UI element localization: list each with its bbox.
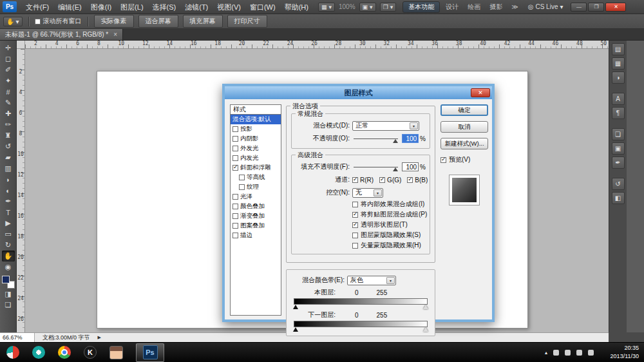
panel-masks-icon[interactable]: ◧ [612,192,625,204]
style-item-blending-options[interactable]: 混合选项:默认 [231,115,281,124]
vertical-ruler[interactable]: 2 4 6 8 10 12 14 16 18 20 22 24 26 28 [17,49,25,332]
scroll-all-windows-checkbox[interactable] [35,19,41,24]
view-extras-button[interactable]: ▦ ▾ [318,3,335,12]
tray-icon-2[interactable] [565,350,571,356]
zoom-tool[interactable]: ◉ [2,262,15,272]
style-item-pattern-overlay[interactable]: 图案叠加 [231,221,281,231]
blend-clipped-option[interactable]: 将剪贴图层混合成组(P) [352,211,426,218]
contour-checkbox[interactable] [239,175,245,180]
document-tab[interactable]: 未标题-1 @ 66.7%(形状 1, RGB/8) * × [0,29,123,40]
tray-icon-4[interactable] [588,350,594,356]
transparency-shapes-option[interactable]: 透明形状图层(T) [352,221,426,229]
fill-opacity-slider-knob[interactable] [393,167,398,171]
pattern-overlay-checkbox[interactable] [232,223,238,229]
channel-r-checkbox[interactable] [352,177,358,183]
black-slider-marker[interactable] [293,305,298,309]
stroke-checkbox[interactable] [232,233,238,238]
vector-mask-hides-option[interactable]: 矢量蒙版隐藏效果(H) [352,242,426,249]
menu-image[interactable]: 图像(I) [86,0,116,14]
workspace-painting-button[interactable]: 绘画 [464,3,484,12]
taskbar-app-icon-2[interactable] [32,346,45,359]
panel-channels-icon[interactable]: ▣ [612,142,625,155]
workspace-essentials-button[interactable]: 基本功能 [402,1,440,13]
quick-mask-button[interactable]: ◨ [2,289,15,300]
style-item-contour[interactable]: 等高线 [231,173,281,182]
panel-paragraph-icon[interactable]: ¶ [612,107,625,119]
style-item-outer-glow[interactable]: 外发光 [231,144,281,153]
chevron-down-icon[interactable]: ▾ [386,277,395,284]
workspace-overflow-button[interactable]: ≫ [508,3,521,10]
crop-tool[interactable]: # [2,86,15,97]
menu-help[interactable]: 帮助(H) [280,0,313,14]
drop-shadow-checkbox[interactable] [232,126,238,132]
ruler-origin-corner[interactable] [17,41,25,49]
style-item-color-overlay[interactable]: 颜色叠加 [231,202,281,211]
shape-tool[interactable]: ▭ [2,229,15,240]
style-item-texture[interactable]: 纹理 [231,182,281,192]
taskbar-clock[interactable]: 20:35 2013/11/30 [611,344,639,361]
style-item-satin[interactable]: 光泽 [231,192,281,202]
clone-stamp-tool[interactable]: ♜ [2,130,15,141]
transparency-shapes-checkbox[interactable] [352,222,358,228]
eyedropper-tool[interactable]: ✎ [2,97,15,108]
menu-window[interactable]: 窗口(W) [245,0,280,14]
k-app-icon[interactable]: K [84,346,97,359]
lasso-tool[interactable]: ✐ [2,64,15,75]
cs-live-button[interactable]: ◎ CS Live ▾ [528,3,564,10]
restore-button[interactable]: ❐ [588,3,604,12]
photoshop-taskbar-button[interactable]: Ps [136,343,164,362]
blur-tool[interactable]: ◗ [2,174,15,185]
opacity-slider[interactable] [354,138,398,139]
menu-select[interactable]: 选择(S) [148,0,181,14]
ok-button[interactable]: 确定 [440,104,488,116]
chrome-icon[interactable] [58,346,71,359]
close-window-button[interactable]: ✕ [605,3,626,12]
scroll-all-windows-option[interactable]: 滚动所有窗口 [35,17,82,26]
arrange-documents-button[interactable]: ▣ ▾ [359,3,376,12]
quick-selection-tool[interactable]: ✦ [2,75,15,86]
menu-layer[interactable]: 图层(L) [116,0,147,14]
avatar-app-icon[interactable] [109,346,123,359]
panel-swatches-icon[interactable]: ▦ [612,57,625,70]
dialog-title-bar[interactable]: 图层样式 ✕ [225,86,492,99]
bevel-emboss-checkbox[interactable] [232,165,238,171]
cancel-button[interactable]: 取消 [440,121,488,133]
eraser-tool[interactable]: ▰ [2,152,15,163]
gradient-tool[interactable]: ▥ [2,163,15,174]
color-overlay-checkbox[interactable] [232,204,238,209]
workspace-design-button[interactable]: 设计 [442,3,462,12]
style-item-bevel-emboss[interactable]: 斜面和浮雕 [231,163,281,173]
opacity-slider-knob[interactable] [393,139,398,143]
style-item-gradient-overlay[interactable]: 渐变叠加 [231,211,281,221]
style-item-stroke[interactable]: 描边 [231,231,281,240]
hand-tool[interactable]: ✋ [2,251,15,262]
tab-close-icon[interactable]: × [113,31,117,38]
texture-checkbox[interactable] [239,184,245,190]
workspace-photography-button[interactable]: 摄影 [486,3,506,12]
channel-b-checkbox[interactable] [407,177,413,183]
marquee-tool[interactable]: ◻ [2,53,15,64]
knockout-select[interactable]: 无 ▾ [352,188,383,198]
tray-icon-3[interactable] [576,350,582,356]
dodge-tool[interactable]: ◐ [2,185,15,196]
path-selection-tool[interactable]: ▶ [2,218,15,229]
fit-screen-button[interactable]: 适合屏幕 [138,15,178,28]
blend-clipped-checkbox[interactable] [352,212,358,218]
horizontal-ruler[interactable]: 2 4 6 8 10 12 14 16 18 20 22 24 26 28 30… [25,41,609,49]
black-slider-marker[interactable] [293,327,298,332]
dialog-close-button[interactable]: ✕ [471,88,490,97]
pen-tool[interactable]: ✒ [2,196,15,207]
gradient-overlay-checkbox[interactable] [232,213,238,219]
white-slider-marker[interactable] [423,305,428,309]
tool-preset-picker[interactable]: ✋ ▾ [3,17,23,26]
chevron-down-icon[interactable]: ▾ [410,122,418,129]
rotate-view-tool[interactable]: ↻ [2,240,15,251]
screen-mode-toggle-button[interactable]: ❏ [2,300,15,310]
this-layer-blend-bar[interactable] [294,298,428,305]
panel-layers-icon[interactable]: ❏ [612,128,625,140]
style-item-inner-shadow[interactable]: 内阴影 [231,134,281,144]
move-tool[interactable]: ✛ [2,43,15,53]
minimize-button[interactable]: — [571,3,587,12]
actual-pixels-button[interactable]: 实际像素 [94,15,134,28]
panel-history-icon[interactable]: ↺ [612,178,625,190]
